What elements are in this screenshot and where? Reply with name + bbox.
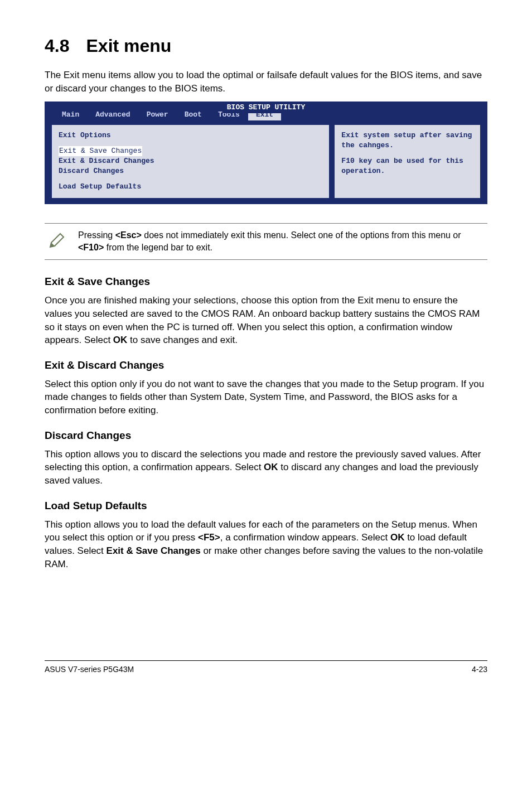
bios-item-load-defaults[interactable]: Load Setup Defaults [59,182,322,192]
bios-utility-title: BIOS SETUP UTILITY [224,103,308,113]
page-title: 4.8Exit menu [45,33,487,59]
heading-exit-discard: Exit & Discard Changes [45,358,487,373]
bios-tab-advanced[interactable]: Advanced [88,110,138,120]
bios-help-line2: F10 key can be used for this operation. [341,156,473,176]
bios-item-exit-save[interactable]: Exit & Save Changes [59,146,142,156]
note-post: from the legend bar to exit. [104,243,212,252]
body-load-defaults: This option allows you to load the defau… [45,518,487,571]
page-footer: ASUS V7-series P5G43M 4-23 [45,660,487,675]
note-key-f10: <F10> [78,243,104,252]
bios-tab-boot[interactable]: Boot [177,110,210,120]
bios-right-pane: Exit system setup after saving the cahng… [333,124,481,199]
text: , a confirmation window appears. Select [220,532,390,543]
heading-exit-save: Exit & Save Changes [45,274,487,289]
text: to save changes and exit. [127,335,238,345]
heading-discard: Discard Changes [45,428,487,443]
bios-item-discard[interactable]: Discard Changes [59,166,322,176]
bios-left-pane: Exit Options Exit & Save Changes Exit & … [51,124,330,199]
text: Once you are finished making your select… [45,295,480,345]
text-bold: <F5> [198,532,220,543]
note-pre: Pressing [78,230,115,240]
note-text: Pressing <Esc> does not immediately exit… [78,229,485,254]
body-exit-save: Once you are finished making your select… [45,294,487,347]
pencil-icon [47,229,67,254]
section-number: 4.8 [45,36,69,56]
text-bold: OK [390,532,405,543]
bios-help-line1: Exit system setup after saving the cahng… [341,131,473,151]
text-bold: OK [264,462,278,472]
footer-left: ASUS V7-series P5G43M [45,664,134,675]
intro-paragraph: The Exit menu items allow you to load th… [45,69,487,95]
text-bold: Exit & Save Changes [107,545,201,556]
bios-item-exit-discard[interactable]: Exit & Discard Changes [59,156,322,166]
bios-inner: Exit Options Exit & Save Changes Exit & … [50,124,482,199]
bios-frame: BIOS SETUP UTILITY Main Advanced Power B… [45,102,487,204]
note-box: Pressing <Esc> does not immediately exit… [45,223,487,260]
text-bold: OK [113,335,128,345]
section-text: Exit menu [86,36,171,56]
body-discard: This option allows you to discard the se… [45,448,487,487]
bios-tab-main[interactable]: Main [54,110,87,120]
bios-options-heading: Exit Options [59,131,322,141]
note-mid: does not immediately exit this menu. Sel… [142,230,461,240]
body-exit-discard: Select this option only if you do not wa… [45,378,487,417]
note-key-esc: <Esc> [115,230,142,240]
bios-tab-power[interactable]: Power [139,110,176,120]
footer-right: 4-23 [472,664,487,675]
heading-load-defaults: Load Setup Defaults [45,499,487,514]
